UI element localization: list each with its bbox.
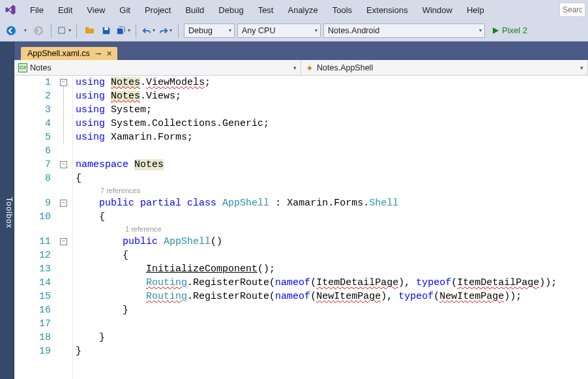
code-editor[interactable]: 1 2 3 4 5 6 7 8 9 10 11 12 13 14 15 16 1… [14,76,588,379]
run-target-label: Pixel 2 [502,25,527,35]
nav-forward-button[interactable] [31,23,46,38]
fold-toggle-usings[interactable]: − [60,79,67,86]
search-input[interactable] [559,3,585,17]
navigation-bar: C# Notes ◈ Notes.AppShell [14,60,588,76]
menu-test[interactable]: Test [252,3,280,18]
fold-toggle-namespace[interactable]: − [60,161,67,168]
new-project-button[interactable] [57,23,71,38]
file-tab-appshell[interactable]: AppShell.xaml.cs ⊸ ✕ [21,47,117,60]
class-icon: ◈ [305,63,314,72]
menu-debug[interactable]: Debug [212,3,250,18]
line-number-gutter: 1 2 3 4 5 6 7 8 9 10 11 12 13 14 15 16 1… [14,76,59,379]
nav-back-button[interactable] [4,23,18,38]
menu-extensions[interactable]: Extensions [360,3,415,18]
fold-toggle-class[interactable]: − [60,200,67,207]
svg-point-1 [34,26,43,35]
open-file-button[interactable] [82,23,96,38]
menu-bar: File Edit View Git Project Build Debug T… [0,0,588,20]
svg-point-0 [7,26,16,35]
code-text[interactable]: using Notes.ViewModels; using Notes.View… [73,76,588,379]
toolbox-panel-tab[interactable]: Toolbox [0,42,14,379]
solution-platform-combo[interactable]: Any CPU [237,23,321,38]
csharp-project-icon: C# [18,63,27,72]
close-tab-icon[interactable]: ✕ [106,50,112,58]
outlining-margin[interactable]: − − − − [59,76,73,379]
toolbar-separator [76,23,77,38]
vs-logo-icon [3,2,18,18]
fold-toggle-method[interactable]: − [60,238,67,245]
toolbar-separator [136,23,136,38]
undo-button[interactable] [141,23,156,38]
svg-rect-2 [58,27,64,33]
solution-config-combo[interactable]: Debug [184,23,235,38]
toolbar: Debug Any CPU Notes.Android Pixel 2 [0,20,588,42]
svg-rect-3 [104,27,108,29]
editor-tab-strip: AppShell.xaml.cs ⊸ ✕ [14,42,588,60]
menu-edit[interactable]: Edit [51,3,79,18]
save-button[interactable] [99,23,113,38]
menu-tools[interactable]: Tools [326,3,359,18]
menu-file[interactable]: File [23,3,50,18]
codelens-class-refs[interactable]: 7 references [76,185,588,196]
nav-type-label: Notes.AppShell [317,63,373,72]
menu-git[interactable]: Git [113,3,137,18]
toolbar-separator [178,23,179,38]
save-all-button[interactable] [116,23,130,38]
menu-build[interactable]: Build [179,3,211,18]
pin-tab-icon[interactable]: ⊸ [95,50,101,58]
menu-window[interactable]: Window [416,3,459,18]
codelens-ctor-refs[interactable]: 1 reference [76,224,588,235]
startup-project-combo[interactable]: Notes.Android [323,23,485,38]
menu-analyze[interactable]: Analyze [281,3,324,18]
nav-scope-combo[interactable]: C# Notes [14,60,301,75]
menu-view[interactable]: View [80,3,111,18]
menu-help[interactable]: Help [460,3,491,18]
nav-scope-label: Notes [30,63,51,72]
start-debug-button[interactable]: Pixel 2 [488,23,531,38]
redo-button[interactable] [158,23,173,38]
toolbar-separator [51,23,51,38]
nav-back-history-button[interactable] [21,23,29,38]
file-tab-label: AppShell.xaml.cs [27,49,90,58]
nav-type-combo[interactable]: ◈ Notes.AppShell [301,60,588,75]
menu-project[interactable]: Project [138,3,177,18]
